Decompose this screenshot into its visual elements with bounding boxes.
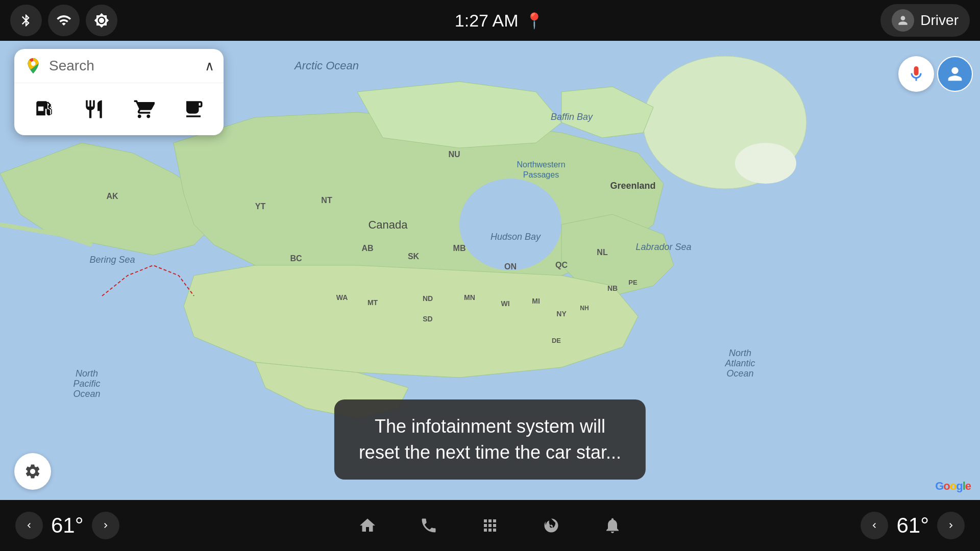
svg-text:Passages: Passages — [523, 170, 559, 179]
svg-text:SK: SK — [408, 252, 420, 261]
search-category-icons — [14, 83, 224, 135]
svg-text:Northwestern: Northwestern — [517, 160, 565, 169]
svg-text:BC: BC — [290, 254, 302, 263]
home-nav-button[interactable] — [352, 510, 383, 541]
coffee-icon[interactable] — [176, 91, 211, 127]
wifi-button[interactable] — [48, 5, 80, 36]
search-card: Search ∧ — [14, 49, 224, 135]
bluetooth-button[interactable] — [10, 5, 42, 36]
svg-text:NU: NU — [448, 150, 460, 159]
brightness-button[interactable] — [86, 5, 117, 36]
svg-text:Pacific: Pacific — [73, 379, 100, 389]
svg-text:AK: AK — [106, 192, 118, 201]
driver-button[interactable]: Driver — [880, 4, 970, 37]
svg-text:ON: ON — [504, 262, 517, 271]
bottom-bar: 61° — [0, 500, 980, 551]
phone-nav-button[interactable] — [413, 510, 444, 541]
svg-text:MB: MB — [453, 244, 466, 253]
settings-button[interactable] — [14, 453, 51, 490]
profile-map-button[interactable] — [937, 56, 973, 92]
svg-text:WA: WA — [336, 293, 348, 302]
svg-text:PE: PE — [628, 279, 638, 286]
svg-point-42 — [31, 61, 36, 66]
svg-text:Atlantic: Atlantic — [724, 358, 755, 368]
svg-text:QC: QC — [555, 261, 568, 269]
svg-text:NL: NL — [597, 248, 608, 257]
clock: 1:27 AM — [455, 11, 519, 31]
search-input[interactable]: Search — [49, 58, 199, 74]
bottom-right-controls: 61° — [861, 512, 965, 539]
temp-left-next-button[interactable] — [92, 512, 119, 539]
svg-text:NH: NH — [580, 305, 589, 312]
svg-text:Labrador Sea: Labrador Sea — [635, 242, 691, 252]
temp-left-prev-button[interactable] — [15, 512, 43, 539]
apps-nav-button[interactable] — [475, 510, 505, 541]
bottom-left-controls: 61° — [15, 512, 119, 539]
svg-text:Ocean: Ocean — [73, 389, 100, 399]
svg-text:Bering Sea: Bering Sea — [89, 255, 135, 265]
temp-right-display: 61° — [896, 513, 929, 538]
temp-right-next-button[interactable] — [937, 512, 965, 539]
search-bar[interactable]: Search ∧ — [14, 49, 224, 83]
svg-text:NY: NY — [556, 310, 567, 318]
svg-text:MN: MN — [464, 293, 475, 302]
temp-left-display: 61° — [51, 513, 84, 538]
svg-text:Baffin Bay: Baffin Bay — [551, 112, 593, 122]
maps-logo — [23, 56, 43, 76]
svg-text:NB: NB — [607, 284, 618, 292]
svg-text:MI: MI — [532, 297, 540, 305]
notifications-button[interactable] — [597, 510, 628, 541]
svg-text:YT: YT — [255, 202, 266, 211]
svg-text:SD: SD — [423, 315, 432, 323]
gear-icon — [24, 463, 41, 480]
collapse-button[interactable]: ∧ — [205, 58, 214, 74]
svg-text:MT: MT — [368, 298, 378, 307]
restaurant-icon[interactable] — [76, 91, 112, 127]
svg-text:WI: WI — [501, 299, 509, 308]
time-display: 1:27 AM 📍 — [455, 11, 544, 31]
temp-right-prev-button[interactable] — [861, 512, 888, 539]
google-logo: Google — [935, 480, 971, 493]
mic-button[interactable] — [898, 56, 934, 92]
driver-section: Driver — [880, 4, 970, 37]
svg-text:DE: DE — [552, 337, 561, 344]
mic-icon — [907, 65, 925, 83]
svg-text:Canada: Canada — [368, 218, 408, 231]
bottom-nav — [352, 510, 628, 541]
top-bar: 1:27 AM 📍 Driver — [0, 0, 980, 41]
svg-text:ND: ND — [423, 294, 433, 303]
svg-point-2 — [735, 143, 796, 184]
driver-label: Driver — [920, 12, 959, 29]
svg-text:NT: NT — [321, 196, 332, 205]
svg-text:North: North — [76, 368, 98, 379]
svg-text:Hudson Bay: Hudson Bay — [491, 232, 541, 242]
svg-text:Arctic Ocean: Arctic Ocean — [293, 59, 359, 72]
toast-notification: The infotainment system willreset the ne… — [334, 399, 646, 480]
avatar — [892, 9, 914, 32]
svg-text:Ocean: Ocean — [726, 368, 753, 379]
ac-fan-button[interactable] — [536, 510, 567, 541]
toast-message: The infotainment system willreset the ne… — [359, 416, 621, 462]
svg-text:North: North — [729, 348, 751, 358]
gas-station-icon[interactable] — [27, 91, 62, 127]
svg-text:Greenland: Greenland — [610, 181, 655, 191]
grocery-icon[interactable] — [126, 91, 162, 127]
location-pin-icon: 📍 — [525, 12, 544, 30]
profile-icon — [945, 64, 965, 84]
svg-point-3 — [459, 179, 561, 270]
top-bar-controls — [10, 5, 117, 36]
svg-text:AB: AB — [361, 244, 373, 253]
